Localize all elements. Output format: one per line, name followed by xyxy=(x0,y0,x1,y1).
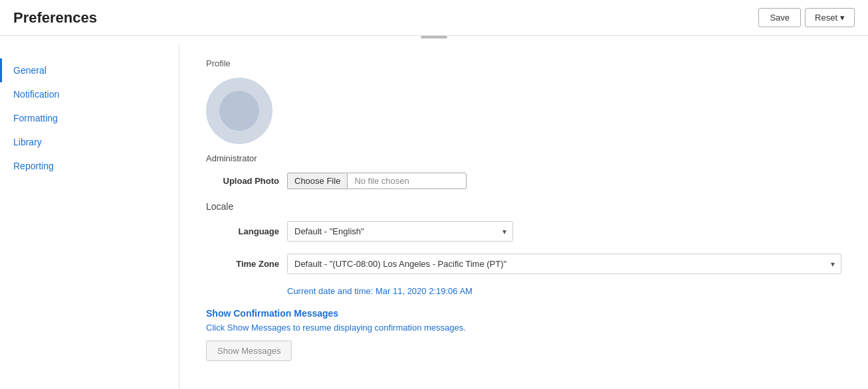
timezone-label: Time Zone xyxy=(206,259,279,269)
sidebar-item-notification[interactable]: Notification xyxy=(0,82,179,106)
timezone-select-wrapper: Default - "(UTC-08:00) Los Angeles - Pac… xyxy=(287,254,841,274)
profile-section-label: Profile xyxy=(206,58,841,68)
current-datetime: Current date and time: Mar 11, 2020 2:19… xyxy=(287,286,841,296)
sidebar-item-formatting[interactable]: Formatting xyxy=(0,106,179,130)
language-select[interactable]: Default - "English" xyxy=(287,221,513,242)
upload-photo-row: Upload Photo Choose File No file chosen xyxy=(206,173,841,189)
avatar xyxy=(206,78,272,144)
choose-file-button[interactable]: Choose File xyxy=(287,173,347,189)
avatar-container xyxy=(206,78,841,144)
timezone-select[interactable]: Default - "(UTC-08:00) Los Angeles - Pac… xyxy=(287,254,841,274)
language-row: Language Default - "English" ▾ xyxy=(206,221,841,242)
page-title: Preferences xyxy=(13,9,97,27)
show-messages-button[interactable]: Show Messages xyxy=(206,341,292,361)
confirmation-desc: Click Show Messages to resume displaying… xyxy=(206,323,841,333)
header-actions: Save Reset ▾ xyxy=(758,8,855,27)
avatar-inner xyxy=(219,91,259,131)
confirmation-section: Show Confirmation Messages Click Show Me… xyxy=(206,308,841,361)
reset-label: Reset xyxy=(815,13,837,23)
content-area: Profile Administrator Upload Photo Choos… xyxy=(179,45,868,389)
user-name-label: Administrator xyxy=(206,153,841,163)
language-label: Language xyxy=(206,226,279,236)
drag-handle xyxy=(421,36,447,39)
timezone-row: Time Zone Default - "(UTC-08:00) Los Ang… xyxy=(206,254,841,274)
reset-button[interactable]: Reset ▾ xyxy=(805,8,855,27)
confirmation-title: Show Confirmation Messages xyxy=(206,308,841,319)
language-select-wrapper: Default - "English" ▾ xyxy=(287,221,513,242)
sidebar-item-library[interactable]: Library xyxy=(0,130,179,154)
main-layout: General Notification Formatting Library … xyxy=(0,45,868,389)
sidebar-item-general[interactable]: General xyxy=(0,58,179,82)
save-button[interactable]: Save xyxy=(758,8,801,27)
sidebar-item-reporting[interactable]: Reporting xyxy=(0,154,179,178)
file-input-wrapper: Choose File No file chosen xyxy=(287,173,467,189)
locale-label: Locale xyxy=(206,201,841,212)
page-header: Preferences Save Reset ▾ xyxy=(0,0,868,36)
upload-photo-label: Upload Photo xyxy=(206,176,279,186)
file-name-display: No file chosen xyxy=(347,173,467,189)
reset-arrow-icon: ▾ xyxy=(840,13,845,23)
sidebar: General Notification Formatting Library … xyxy=(0,45,179,389)
